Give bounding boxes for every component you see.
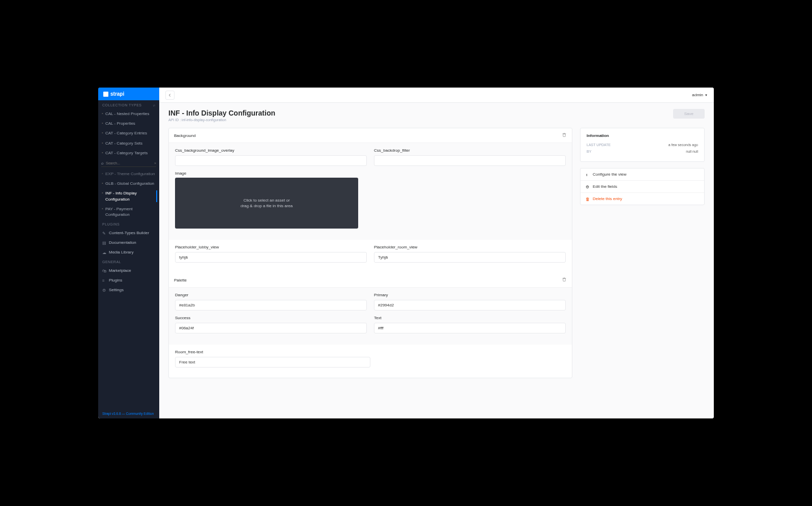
form-card: Background Css_background_image_overlay [168, 128, 572, 378]
palette-group-header: Palette [169, 273, 572, 288]
save-button[interactable]: Save [673, 109, 705, 119]
strapi-icon [103, 92, 108, 97]
danger-input[interactable] [175, 300, 367, 311]
info-title: Information [587, 133, 698, 138]
text-label: Text [374, 316, 566, 320]
page-api-id: API ID : inf-info-display-configuration [168, 118, 275, 122]
layout-icon: ⫞ [586, 173, 590, 177]
brand-logo[interactable]: strapi [98, 88, 159, 100]
page-title: INF - Info Display Configuration [168, 109, 275, 117]
last-update-value: a few seconds ago [669, 143, 698, 147]
by-value: null null [686, 150, 698, 153]
general-plugins[interactable]: ≡Plugins [98, 275, 159, 285]
content: INF - Info Display Configuration API ID … [159, 103, 714, 418]
general-marketplace[interactable]: 🛍Marketplace [98, 266, 159, 275]
configure-view-action[interactable]: ⫞ Configure the view [581, 168, 704, 181]
sidebar-search: ⌕ × [101, 160, 156, 167]
text-input[interactable] [374, 323, 566, 333]
trash-icon: 🗑 [586, 197, 590, 201]
caret-down-icon: ▼ [705, 94, 708, 97]
clear-icon[interactable]: × [154, 161, 156, 165]
page-header: INF - Info Display Configuration API ID … [168, 109, 705, 122]
room-free-label: Room_free-text [175, 350, 370, 354]
edit-fields-action[interactable]: ⚙ Edit the fields [581, 181, 704, 193]
topbar: admin ▼ [159, 88, 714, 103]
placeholder-room-label: Placeholder_room_view [374, 245, 566, 249]
chevron-left-icon [168, 93, 172, 97]
doc-icon: ▤ [102, 241, 106, 245]
sidebar-footer: Strapi v3.6.8 — Community Edition [98, 409, 159, 418]
cloud-icon: ☁ [102, 250, 106, 255]
main: admin ▼ INF - Info Display Configuration… [159, 88, 714, 418]
sidebar-item-cat-sets[interactable]: CAT - Category Sets [98, 138, 159, 148]
sidebar-item-pay-payment[interactable]: PAY - Payment Configuration [98, 204, 159, 219]
bag-icon: 🛍 [102, 269, 106, 273]
user-menu[interactable]: admin ▼ [692, 93, 708, 97]
plugin-content-types[interactable]: ✎Content-Types Builder [98, 228, 159, 238]
primary-input[interactable] [374, 300, 566, 311]
list-icon: ≡ [102, 278, 106, 283]
trash-icon[interactable] [562, 132, 567, 138]
by-label: BY [587, 150, 591, 153]
action-list: ⫞ Configure the view ⚙ Edit the fields 🗑… [580, 168, 705, 205]
image-label: Image [175, 171, 566, 176]
placeholder-lobby-label: Placeholder_lobby_view [175, 245, 367, 249]
general-settings[interactable]: ⚙Settings [98, 285, 159, 295]
search-icon[interactable]: ⌕ [153, 103, 156, 107]
placeholder-lobby-input[interactable] [175, 252, 367, 263]
sidebar-item-cat-entries[interactable]: CAT - Category Entries [98, 128, 159, 138]
success-input[interactable] [175, 323, 367, 333]
sidebar-item-cal-props[interactable]: CAL - Properties [98, 119, 159, 128]
sidebar-item-exp-theme[interactable]: EXP - Theme Configuration [98, 169, 159, 179]
sidebar-item-glb-global[interactable]: GLB - Global Configuration [98, 179, 159, 188]
sidebar-item-cal-nested[interactable]: CAL - Nested Properties [98, 109, 159, 119]
delete-entry-action[interactable]: 🗑 Delete this entry [581, 193, 704, 205]
general-header: GENERAL [98, 257, 159, 266]
information-card: Information LAST UPDATE a few seconds ag… [580, 128, 705, 162]
success-label: Success [175, 316, 367, 320]
gear-icon: ⚙ [102, 288, 106, 292]
image-dropzone[interactable]: Click to select an asset or drag & drop … [175, 178, 358, 229]
paint-icon: ✎ [102, 231, 106, 235]
search-icon: ⌕ [101, 161, 104, 165]
room-free-input[interactable] [175, 357, 370, 368]
sidebar-search-input[interactable] [106, 161, 152, 165]
plugins-header: PLUGINS [98, 219, 159, 228]
plugin-documentation[interactable]: ▤Documentation [98, 238, 159, 247]
primary-label: Primary [374, 293, 566, 297]
placeholder-room-input[interactable] [374, 252, 566, 263]
back-button[interactable] [165, 91, 175, 100]
trash-icon[interactable] [562, 277, 567, 283]
css-overlay-label: Css_background_image_overlay [175, 148, 367, 153]
sidebar-item-inf-info[interactable]: INF - Info Display Configuration [98, 188, 159, 204]
sidebar: strapi COLLECTION TYPES ⌕ CAL - Nested P… [98, 88, 159, 418]
brand-name: strapi [110, 91, 124, 97]
last-update-label: LAST UPDATE [587, 143, 611, 147]
app-window: strapi COLLECTION TYPES ⌕ CAL - Nested P… [98, 88, 714, 418]
plugin-media-library[interactable]: ☁Media Library [98, 247, 159, 257]
css-overlay-input[interactable] [175, 155, 367, 166]
css-backdrop-label: Css_backdrop_filter [374, 148, 566, 153]
css-backdrop-input[interactable] [374, 155, 566, 166]
gear-icon: ⚙ [586, 185, 590, 189]
collection-types-header: COLLECTION TYPES ⌕ [98, 100, 159, 109]
background-group-header: Background [169, 128, 572, 143]
danger-label: Danger [175, 293, 367, 297]
sidebar-item-cat-targets[interactable]: CAT - Category Targets [98, 148, 159, 158]
